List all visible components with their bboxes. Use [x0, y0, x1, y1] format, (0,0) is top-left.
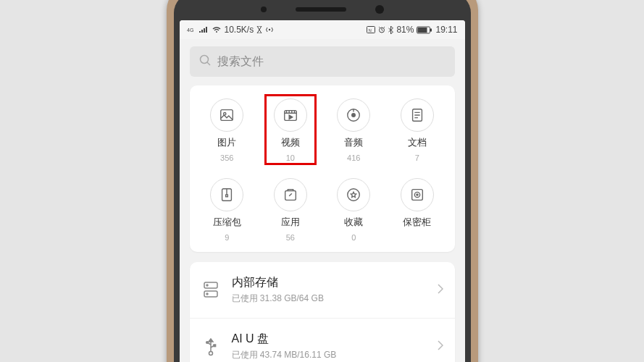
- svg-point-23: [348, 189, 360, 201]
- category-label: 收藏: [344, 216, 363, 229]
- category-count: 356: [220, 153, 233, 162]
- category-label: 音频: [344, 136, 363, 149]
- category-image[interactable]: 图片356: [196, 98, 259, 162]
- category-count: 56: [286, 233, 295, 242]
- svg-point-14: [352, 114, 356, 117]
- svg-rect-10: [221, 110, 233, 121]
- category-count: 10: [286, 153, 295, 162]
- category-label: 视频: [281, 136, 300, 149]
- category-label: 保密柜: [403, 216, 431, 229]
- category-safe[interactable]: 保密柜: [385, 178, 449, 242]
- screen: 4G 10.5K/s: [180, 20, 465, 362]
- phone-frame: 4G 10.5K/s: [167, 0, 478, 362]
- category-label: 压缩包: [213, 216, 241, 229]
- category-favorite[interactable]: 收藏0: [322, 178, 386, 242]
- storage-list: 内部存储已使用 31.38 GB/64 GBAI U 盘已使用 43.74 MB…: [190, 262, 455, 362]
- app-icon: [274, 178, 307, 211]
- network-4g-icon: 4G: [187, 26, 196, 33]
- nfc-icon: N: [367, 26, 375, 33]
- doc-icon: [401, 98, 434, 132]
- category-count: 416: [347, 153, 360, 162]
- battery-percent: 81%: [396, 25, 414, 35]
- svg-text:N: N: [369, 28, 372, 33]
- phone-top: [180, 0, 465, 20]
- storage-internal[interactable]: 内部存储已使用 31.38 GB/64 GB: [190, 262, 455, 319]
- chevron-right-icon: [438, 340, 443, 353]
- category-doc[interactable]: 文档7: [385, 98, 449, 162]
- storage-sub: 已使用 43.74 MB/16.11 GB: [232, 349, 426, 361]
- category-app[interactable]: 应用56: [259, 178, 322, 242]
- svg-point-26: [417, 194, 418, 195]
- usb-icon: [201, 337, 220, 356]
- search-input[interactable]: 搜索文件: [190, 46, 455, 77]
- categories-card: 图片356视频10音频416文档7压缩包9应用56收藏0保密柜: [190, 85, 455, 252]
- wifi-icon: [212, 26, 222, 33]
- signal-icon: [198, 26, 209, 33]
- search-icon: [198, 54, 212, 70]
- svg-rect-21: [226, 195, 228, 197]
- bluetooth-icon: [388, 26, 393, 34]
- svg-rect-6: [418, 28, 427, 33]
- image-icon: [210, 98, 243, 132]
- svg-rect-33: [214, 345, 216, 347]
- internal-icon: [201, 281, 220, 300]
- svg-point-8: [200, 56, 208, 64]
- audio-icon: [337, 98, 370, 132]
- category-archive[interactable]: 压缩包9: [196, 178, 259, 242]
- category-label: 文档: [408, 136, 427, 149]
- safe-icon: [401, 178, 434, 211]
- category-count: 7: [415, 153, 419, 162]
- archive-icon: [210, 178, 243, 211]
- app-content: 搜索文件 图片356视频10音频416文档7压缩包9应用56收藏0保密柜 内部存…: [180, 39, 465, 362]
- svg-point-1: [269, 29, 270, 30]
- hourglass-icon: [256, 26, 262, 33]
- hotspot-icon: [265, 26, 274, 33]
- chevron-right-icon: [438, 284, 443, 297]
- battery-icon: [417, 26, 432, 34]
- storage-sub: 已使用 31.38 GB/64 GB: [232, 292, 426, 305]
- storage-title: AI U 盘: [232, 332, 426, 347]
- category-count: 0: [351, 233, 356, 242]
- storage-title: 内部存储: [232, 275, 426, 290]
- search-placeholder: 搜索文件: [217, 54, 264, 70]
- category-audio[interactable]: 音频416: [322, 98, 386, 162]
- network-speed: 10.5K/s: [225, 25, 254, 35]
- svg-point-30: [206, 293, 208, 295]
- category-label: 图片: [217, 136, 236, 149]
- phone-bezel: 4G 10.5K/s: [174, 0, 471, 362]
- svg-text:4G: 4G: [187, 28, 193, 33]
- video-icon: [274, 98, 307, 132]
- svg-point-29: [206, 285, 208, 286]
- svg-line-9: [207, 62, 210, 65]
- svg-rect-7: [430, 28, 432, 31]
- storage-usb[interactable]: AI U 盘已使用 43.74 MB/16.11 GB: [190, 319, 455, 362]
- favorite-icon: [337, 178, 370, 211]
- category-video[interactable]: 视频10: [259, 98, 322, 162]
- alarm-icon: [378, 26, 385, 33]
- clock-time: 19:11: [435, 25, 457, 35]
- category-count: 9: [225, 233, 229, 242]
- svg-point-32: [206, 341, 208, 343]
- svg-point-31: [209, 351, 212, 355]
- status-bar: 4G 10.5K/s: [180, 20, 465, 39]
- category-label: 应用: [281, 216, 300, 229]
